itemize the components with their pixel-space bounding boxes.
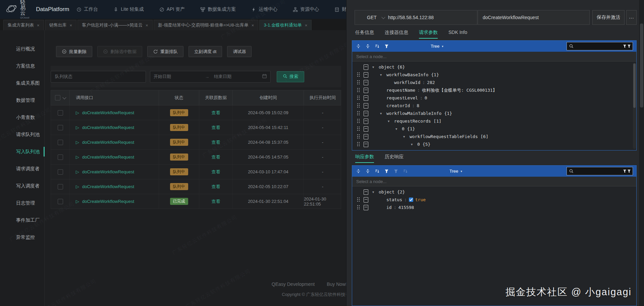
toolbar-button-调试器[interactable]: 调试器 [227, 46, 252, 57]
api-name-input[interactable]: doCreateWorkflowRequest [478, 10, 590, 25]
node-bracket-icon[interactable] [364, 88, 368, 93]
nav-item-3[interactable]: API 资产 [159, 6, 185, 12]
close-icon[interactable]: × [252, 23, 254, 28]
date-range-picker[interactable]: 开始日期 → 结束日期 [150, 71, 271, 83]
expander-icon[interactable]: ▼ [411, 143, 417, 146]
sidebar-item-异常监控[interactable]: 异常监控 [0, 229, 44, 246]
close-icon[interactable]: × [70, 23, 72, 28]
sidebar-item-集成关系图[interactable]: 集成关系图 [0, 75, 44, 92]
nav-item-2[interactable]: Lite 轻集成 [113, 6, 144, 12]
tree-search-input[interactable] [567, 42, 633, 50]
play-icon[interactable]: ▷ [76, 170, 79, 174]
expander-icon[interactable]: ▼ [380, 73, 386, 77]
select-all-checkbox[interactable] [55, 95, 60, 100]
expander-icon[interactable]: ▼ [388, 120, 394, 123]
workspace-tab-1[interactable]: 集成方案列表× [3, 20, 44, 30]
drag-handle-icon[interactable] [357, 73, 360, 77]
drag-handle-icon[interactable] [357, 198, 360, 202]
search-filter-icons[interactable] [623, 169, 632, 174]
close-icon[interactable]: × [37, 23, 40, 28]
api-link[interactable]: doCreateWorkflowRequest [82, 110, 134, 115]
view-link[interactable]: 查看 [212, 169, 220, 175]
expander-icon[interactable]: ▼ [395, 127, 402, 131]
tree-mode-select[interactable]: Tree▾ [431, 44, 443, 49]
row-checkbox[interactable] [58, 155, 63, 160]
view-link[interactable]: 查看 [212, 184, 220, 190]
api-link[interactable]: doCreateWorkflowRequest [82, 155, 134, 160]
row-checkbox[interactable] [58, 169, 63, 175]
node-bracket-icon[interactable] [364, 72, 368, 78]
tree-node[interactable]: id:415598 [352, 204, 636, 211]
node-bracket-icon[interactable] [364, 119, 368, 124]
node-bracket-icon[interactable] [364, 142, 368, 147]
node-bracket-icon[interactable] [364, 64, 368, 70]
sidebar-item-数据管理[interactable]: 数据管理 [0, 92, 44, 109]
node-bracket-icon[interactable] [364, 111, 368, 116]
drag-handle-icon[interactable] [357, 111, 360, 116]
method-select[interactable]: GET [367, 15, 377, 20]
drag-handle-icon[interactable] [357, 205, 360, 210]
scrollbar-thumb[interactable] [640, 24, 643, 107]
api-link[interactable]: doCreateWorkflowRequest [82, 125, 134, 130]
tree-search-input[interactable] [567, 167, 633, 175]
tree-node[interactable]: ▼workflowBaseInfo{1} [352, 71, 636, 79]
tree-mode-select[interactable]: Tree▾ [449, 169, 462, 174]
tree-node[interactable]: requestName:收料验收【金蝶单号: CGSL000131】 [352, 86, 636, 94]
node-bracket-icon[interactable] [364, 197, 368, 203]
collapse-all-icon[interactable] [365, 168, 371, 174]
tree-node[interactable]: ▼0{1} [352, 125, 636, 133]
collapse-all-icon[interactable] [365, 43, 371, 49]
tree-node[interactable]: workflowId:282 [352, 79, 636, 86]
node-select-input[interactable]: Select a node... [352, 177, 636, 186]
expander-icon[interactable]: ▼ [372, 65, 379, 69]
search-filter-icons[interactable] [623, 44, 632, 49]
drag-handle-icon[interactable] [357, 80, 360, 85]
sidebar-item-日志管理[interactable]: 日志管理 [0, 194, 44, 212]
sidebar-item-方案信息[interactable]: 方案信息 [0, 57, 44, 75]
expander-icon[interactable]: ▼ [380, 112, 386, 115]
api-link[interactable]: doCreateWorkflowRequest [82, 199, 134, 204]
tab-SDK Info[interactable]: SDK Info [448, 30, 467, 39]
tree-node[interactable]: creatorId:8 [352, 102, 636, 110]
tab-任务信息[interactable]: 任务信息 [355, 30, 374, 39]
row-checkbox[interactable] [58, 110, 63, 116]
api-link[interactable]: doCreateWorkflowRequest [82, 169, 134, 174]
search-button[interactable]: 搜索 [277, 71, 304, 82]
selection-menu-chevron-icon[interactable] [62, 95, 66, 99]
expander-icon[interactable]: ▼ [372, 190, 379, 194]
workspace-tab-2[interactable]: 销售出库× [45, 20, 77, 30]
sidebar-item-请求队列池[interactable]: 请求队列池 [0, 126, 44, 143]
filter-icon[interactable] [384, 168, 389, 174]
toolbar-button-重新排队[interactable]: 重新排队 [147, 46, 183, 57]
sidebar-item-写入队列池[interactable]: 写入队列池 [0, 143, 44, 160]
save-activate-button[interactable]: 保存并激活 [592, 10, 625, 25]
tree-node[interactable]: ▼0{5} [352, 140, 636, 148]
drag-handle-icon[interactable] [357, 96, 360, 100]
api-link[interactable]: doCreateWorkflowRequest [82, 140, 134, 145]
tab-历史响应[interactable]: 历史响应 [385, 154, 404, 163]
node-bracket-icon[interactable] [364, 95, 368, 101]
tree-node[interactable]: ▼workflowRequestTableFields[6] [352, 133, 636, 140]
view-link[interactable]: 查看 [212, 154, 220, 160]
footer-link[interactable]: Buy Now! [327, 281, 346, 287]
node-select-input[interactable]: Select a node... [352, 52, 636, 61]
sidebar-item-运行概况[interactable]: 运行概况 [0, 40, 44, 57]
nav-item-1[interactable]: 工作台 [76, 6, 98, 12]
play-icon[interactable]: ▷ [76, 125, 79, 130]
node-bracket-icon[interactable] [364, 205, 368, 210]
play-icon[interactable]: ▷ [76, 199, 79, 204]
tree-node[interactable]: requestLevel:0 [352, 94, 636, 102]
node-bracket-icon[interactable] [364, 103, 368, 108]
drag-handle-icon[interactable] [357, 88, 360, 92]
queue-status-select[interactable]: 队列状态 [51, 71, 146, 83]
workspace-tab-3[interactable]: 客户信息对接-小满——>简道云× [77, 20, 153, 30]
scrollbar[interactable] [639, 0, 644, 306]
toolbar-button-批量删除[interactable]: 批量删除 [56, 46, 92, 57]
brand-logo[interactable]: 轻易云 QCloud DataPlatform [5, 0, 69, 19]
node-bracket-icon[interactable] [364, 134, 368, 139]
view-link[interactable]: 查看 [212, 110, 220, 116]
drag-handle-icon[interactable] [357, 119, 360, 123]
url-input[interactable]: http://58.58.54.122:88 [388, 15, 434, 20]
tree-scrollbar[interactable] [633, 63, 636, 149]
row-checkbox[interactable] [58, 125, 63, 130]
